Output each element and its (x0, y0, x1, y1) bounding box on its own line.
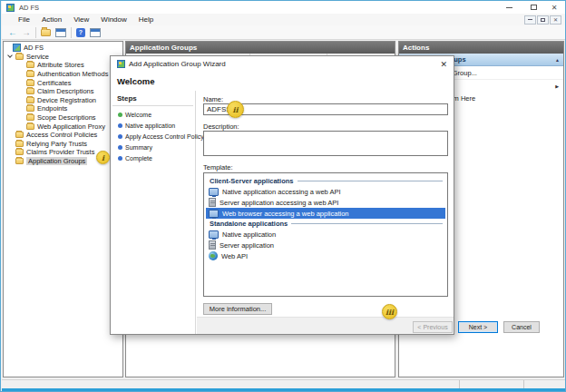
wizard-title: Add Application Group Wizard (129, 60, 226, 68)
wizard-title-bar: Add Application Group Wizard ✕ (111, 56, 454, 72)
folder-icon (15, 158, 24, 164)
wizard-page-title: Welcome (117, 76, 155, 86)
steps-header: Steps (111, 91, 195, 105)
menu-help[interactable]: Help (139, 15, 153, 24)
help-icon[interactable]: ? (76, 28, 85, 37)
template-group-standalone: Standalone applications (206, 219, 445, 229)
toolbar: ← → ? (2, 25, 565, 40)
console-tree-icon[interactable] (55, 28, 66, 37)
collapse-icon[interactable]: ▲ (555, 57, 560, 63)
steps-divider (112, 105, 193, 106)
export-list-icon[interactable] (41, 29, 51, 36)
child-close-button[interactable]: ✕ (550, 15, 561, 24)
tree-item-web-application-proxy[interactable]: Web Application Proxy (4, 122, 122, 131)
child-minimize-button[interactable] (524, 15, 536, 24)
menu-action[interactable]: Action (42, 15, 62, 24)
folder-icon (15, 141, 24, 147)
folder-icon (15, 132, 24, 138)
console-tree-panel: AD FS Service Attribute Stores Authentic… (3, 41, 123, 377)
group-rule (291, 223, 443, 224)
step-bullet-icon (118, 123, 122, 128)
navigation-tree: AD FS Service Attribute Stores Authentic… (4, 42, 122, 165)
template-item-web-browser-web-application[interactable]: Web browser accessing a web application (206, 208, 445, 219)
template-item-server-accessing-web-api[interactable]: Server application accessing a web API (206, 197, 445, 208)
template-item-server-application[interactable]: Server application (206, 240, 445, 250)
step-complete: Complete (111, 152, 195, 163)
template-item-native-application[interactable]: Native application (206, 229, 445, 240)
template-item-native-accessing-web-api[interactable]: Native application accessing a web API (206, 186, 445, 197)
title-bar: AD FS ✕ (2, 1, 565, 14)
annotation-marker-ii: ii (227, 101, 244, 118)
step-bullet-icon (118, 156, 122, 161)
tree-item-certificates[interactable]: Certificates (4, 78, 122, 87)
annotation-marker-i: i (96, 151, 110, 164)
folder-icon (15, 149, 24, 155)
close-button[interactable]: ✕ (546, 2, 562, 13)
name-label: Name: (203, 95, 223, 103)
adfs-app-icon (6, 4, 15, 12)
native-app-web-api-icon (209, 188, 219, 196)
description-label: Description: (203, 122, 239, 131)
cancel-button[interactable]: Cancel (503, 321, 540, 333)
tree-item-relying-party-trusts[interactable]: Relying Party Trusts (4, 140, 122, 149)
server-app-icon (209, 240, 216, 250)
template-label: Template: (203, 163, 233, 172)
wizard-footer: < Previous Next > Cancel (197, 317, 454, 334)
template-list: Client-Server applications Native applic… (203, 172, 448, 297)
menu-window[interactable]: Window (101, 15, 126, 24)
tree-item-device-registration[interactable]: Device Registration (4, 96, 122, 105)
step-welcome: Welcome (111, 109, 195, 120)
tree-item-claim-descriptions[interactable]: Claim Descriptions (4, 87, 122, 96)
template-item-web-api[interactable]: Web API (206, 250, 445, 261)
adfs-console-window: AD FS ✕ File Action View Window Help ✕ ←… (0, 0, 566, 392)
child-restore-button[interactable] (537, 15, 549, 24)
minimize-icon (506, 7, 512, 8)
folder-icon (15, 54, 24, 60)
web-api-icon (209, 251, 218, 260)
wizard-close-button[interactable]: ✕ (440, 60, 447, 69)
tree-item-attribute-stores[interactable]: Attribute Stores (4, 61, 122, 70)
results-panel-header: Application Groups (126, 42, 395, 54)
folder-icon (26, 62, 34, 68)
folder-icon (26, 97, 34, 103)
folder-icon (26, 123, 34, 130)
window-bottom-edge (2, 388, 565, 392)
chevron-down-icon[interactable] (7, 54, 13, 59)
actions-panel-header: Actions (399, 42, 563, 54)
wizard-steps-panel: Steps Welcome Native application Apply A… (111, 91, 196, 334)
folder-icon (26, 88, 34, 94)
folder-icon (26, 105, 34, 112)
menu-file[interactable]: File (18, 15, 30, 24)
tree-item-service[interactable]: Service (4, 53, 122, 62)
step-native-application: Native application (111, 120, 195, 131)
tree-item-endpoints[interactable]: Endpoints (4, 104, 122, 113)
add-application-group-wizard-dialog: Add Application Group Wizard ✕ Welcome S… (110, 55, 454, 335)
menu-view[interactable]: View (73, 15, 89, 24)
back-icon[interactable]: ← (8, 28, 17, 37)
child-window-controls: ✕ (524, 15, 561, 24)
maximize-button[interactable] (525, 2, 542, 13)
child-restore-icon (541, 18, 545, 22)
tree-item-authentication-methods[interactable]: Authentication Methods (4, 70, 122, 79)
new-window-icon[interactable] (90, 28, 101, 37)
window-title: AD FS (19, 4, 39, 12)
folder-icon (26, 71, 34, 77)
web-browser-icon (209, 210, 219, 218)
previous-button[interactable]: < Previous (413, 321, 453, 333)
more-information-button[interactable]: More information... (203, 303, 272, 315)
step-bullet-current-icon (118, 113, 122, 117)
wizard-icon (117, 60, 125, 68)
adfs-root-icon (13, 44, 21, 52)
tree-item-adfs-root[interactable]: AD FS (4, 44, 122, 53)
tree-item-access-control-policies[interactable]: Access Control Policies (4, 131, 122, 140)
forward-icon[interactable]: → (22, 28, 31, 37)
menu-bar: File Action View Window Help ✕ (2, 14, 565, 25)
description-input[interactable] (203, 131, 448, 156)
maximize-icon (531, 5, 537, 10)
next-button[interactable]: Next > (458, 321, 498, 333)
minimize-button[interactable] (501, 2, 517, 13)
native-app-icon (209, 230, 219, 239)
annotation-marker-iii: iii (382, 304, 397, 319)
step-bullet-icon (118, 145, 122, 150)
tree-item-scope-descriptions[interactable]: Scope Descriptions (4, 113, 122, 122)
